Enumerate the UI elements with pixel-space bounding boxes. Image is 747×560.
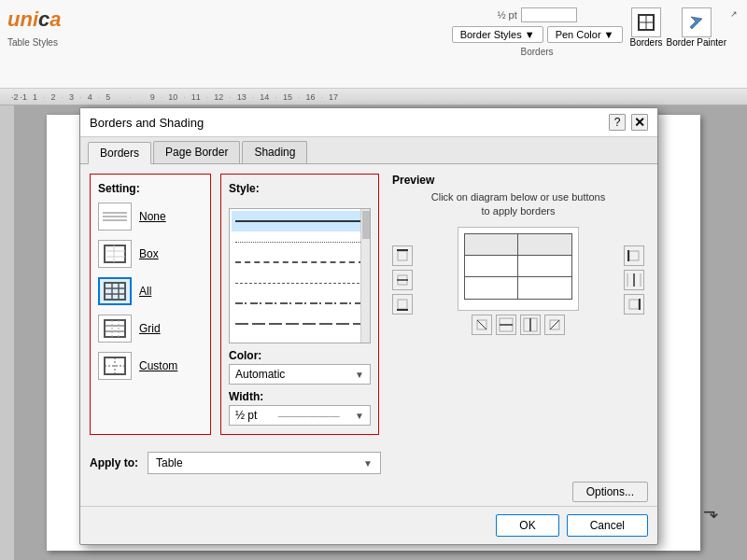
style-line-dashed[interactable]	[232, 252, 368, 273]
cancel-button[interactable]: Cancel	[567, 514, 648, 537]
setting-grid[interactable]: Grid	[98, 315, 203, 343]
apply-to-label: Apply to:	[90, 456, 138, 469]
setting-all-icon	[98, 277, 132, 305]
preview-instructions: Click on diagram below or use buttonsto …	[392, 190, 644, 219]
svg-line-28	[477, 320, 486, 329]
ok-button[interactable]: OK	[496, 514, 558, 537]
setting-box[interactable]: Box	[98, 240, 203, 268]
preview-btn-middle-border[interactable]	[392, 270, 413, 290]
borders-shading-dialog: Borders and Shading ? ✕ Borders Page Bor…	[79, 107, 658, 545]
width-value: ½ pt	[235, 409, 257, 422]
tab-shading[interactable]: Shading	[242, 141, 307, 163]
apply-section: Apply to: Table ▼	[80, 444, 657, 478]
color-value: Automatic	[235, 368, 285, 381]
color-dropdown-arrow: ▼	[355, 370, 364, 380]
svg-rect-12	[105, 320, 125, 337]
style-line-dash-dot[interactable]	[232, 293, 368, 314]
setting-all-label: All	[139, 285, 151, 298]
setting-none[interactable]: None	[98, 203, 203, 231]
style-line-solid[interactable]	[232, 211, 368, 231]
preview-area	[392, 227, 644, 335]
color-dropdown[interactable]: Automatic ▼	[229, 364, 371, 385]
tab-page-border[interactable]: Page Border	[153, 141, 240, 163]
preview-buttons-left	[392, 245, 413, 315]
table-row	[465, 256, 571, 277]
setting-label: Setting:	[98, 182, 203, 195]
setting-none-label: None	[139, 210, 166, 223]
options-row: Options...	[80, 478, 657, 506]
dialog-tabs: Borders Page Border Shading	[80, 137, 657, 164]
color-row: Color: Automatic ▼	[229, 349, 371, 385]
apply-to-value: Table	[156, 456, 183, 469]
color-label: Color:	[229, 349, 371, 362]
style-panel: Style:	[220, 174, 379, 435]
setting-grid-icon	[98, 315, 132, 343]
width-dropdown-arrow: ▼	[355, 411, 364, 421]
dialog-overlay: Borders and Shading ? ✕ Borders Page Bor…	[0, 0, 747, 560]
setting-none-icon	[98, 203, 132, 231]
preview-btn-diag-down[interactable]	[472, 315, 492, 335]
style-line-fine-dotted[interactable]	[232, 231, 368, 252]
scrollbar-thumb	[362, 211, 370, 239]
preview-label: Preview	[392, 174, 644, 187]
close-button[interactable]: ✕	[631, 114, 648, 131]
svg-rect-40	[629, 300, 639, 309]
dialog-footer: OK Cancel	[80, 506, 657, 544]
preview-btn-right-border[interactable]	[624, 294, 644, 315]
setting-panel: Setting: None	[90, 174, 211, 435]
style-line-dashed-sm[interactable]	[232, 273, 368, 293]
apply-to-dropdown[interactable]: Table ▼	[148, 452, 381, 474]
dialog-controls: ? ✕	[609, 114, 648, 131]
style-line-long-dash[interactable]	[232, 314, 368, 334]
width-label: Width:	[229, 390, 371, 403]
preview-btn-diag-up[interactable]	[544, 315, 565, 335]
width-dropdown[interactable]: ½ pt —————— ▼	[229, 405, 371, 426]
preview-btn-bottom-border[interactable]	[392, 294, 413, 315]
preview-btn-top-border[interactable]	[392, 245, 413, 266]
dialog-content: Setting: None	[80, 164, 657, 444]
table-row	[465, 234, 571, 256]
options-button[interactable]: Options...	[572, 482, 648, 502]
style-label: Style:	[229, 182, 371, 195]
svg-rect-7	[105, 283, 125, 300]
help-button[interactable]: ?	[609, 114, 626, 131]
preview-btn-center-v[interactable]	[520, 315, 541, 335]
apply-to-dropdown-arrow: ▼	[363, 458, 373, 469]
preview-btn-inner-v[interactable]	[624, 270, 644, 290]
preview-btn-left-border[interactable]	[624, 245, 644, 266]
svg-rect-21	[398, 251, 407, 260]
style-scrollbar[interactable]	[360, 209, 370, 343]
setting-custom-icon	[98, 352, 132, 380]
dialog-titlebar: Borders and Shading ? ✕	[80, 108, 657, 137]
setting-box-icon	[98, 240, 132, 268]
setting-all[interactable]: All	[98, 277, 203, 305]
preview-buttons-bottom	[472, 315, 565, 335]
svg-line-34	[550, 320, 559, 329]
preview-panel: Preview Click on diagram below or use bu…	[388, 174, 648, 435]
preview-btn-center-h[interactable]	[496, 315, 516, 335]
setting-custom[interactable]: Custom	[98, 352, 203, 380]
width-row: Width: ½ pt —————— ▼	[229, 390, 371, 426]
preview-diagram[interactable]	[458, 227, 579, 311]
preview-table	[464, 233, 571, 299]
svg-rect-35	[629, 251, 639, 260]
setting-box-label: Box	[139, 247, 159, 260]
setting-custom-label: Custom	[139, 359, 177, 372]
preview-buttons-right	[624, 245, 644, 315]
tab-borders[interactable]: Borders	[88, 142, 151, 164]
svg-rect-3	[105, 245, 125, 262]
table-row	[465, 277, 571, 299]
svg-rect-25	[398, 300, 407, 309]
dialog-title: Borders and Shading	[90, 116, 204, 130]
preview-diagram-wrapper	[418, 227, 618, 335]
style-list[interactable]	[229, 208, 371, 343]
setting-grid-label: Grid	[139, 322, 161, 335]
